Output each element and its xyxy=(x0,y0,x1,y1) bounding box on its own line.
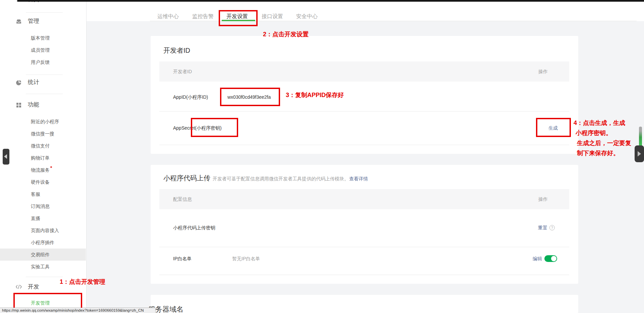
annotation-box-appsecret xyxy=(191,118,238,137)
ip-whitelist-toggle[interactable] xyxy=(544,255,557,262)
code-upload-table-header: 配置信息 操作 xyxy=(159,189,569,209)
sidebar-item-members[interactable]: 成员管理 xyxy=(31,47,50,53)
sidebar-divider xyxy=(26,94,63,94)
wechat-miniprogram-admin: 首页 管理 版本管理 成员管理 用户反馈 统计 功能 附近的小程序 微信搜一搜 … xyxy=(0,0,644,313)
browser-status-bar: https://mp.weixin.qq.com/wxamp/minishop/… xyxy=(0,308,156,313)
window-top-edge xyxy=(17,0,644,2)
ip-whitelist-label: IP白名单 xyxy=(173,255,192,262)
sidebar-item-hardware[interactable]: 硬件设备 xyxy=(31,179,50,185)
sidebar-item-logistics[interactable]: 物流服务 xyxy=(31,167,50,173)
appid-label: AppID(小程序ID) xyxy=(173,94,208,100)
right-triangle-icon xyxy=(638,151,641,156)
prev-arrow-button[interactable] xyxy=(3,149,9,165)
reset-key-button[interactable]: 重置 xyxy=(538,224,547,231)
code-upload-title: 小程序代码上传 xyxy=(163,173,210,183)
sidebar-group-manage[interactable]: 管理 xyxy=(28,17,39,25)
sidebar-item-nearby[interactable]: 附近的小程序 xyxy=(31,118,59,125)
new-badge-dot xyxy=(50,166,52,168)
sidebar-group-dev[interactable]: 开发 xyxy=(28,283,39,291)
annotation-step1: 1：点击开发管理 xyxy=(60,278,105,286)
sidebar-divider xyxy=(26,12,63,13)
edit-ip-whitelist-button[interactable]: 编辑 xyxy=(533,255,542,262)
row-divider xyxy=(159,247,569,247)
column-header-action: 操作 xyxy=(538,61,548,82)
row-divider xyxy=(159,275,569,275)
sidebar-item-search[interactable]: 微信搜一搜 xyxy=(31,130,54,137)
annotation-box-step3 xyxy=(220,88,280,106)
sidebar-item-version[interactable]: 版本管理 xyxy=(31,35,50,41)
annotation-step4: 4：点击生成，生成 小程序密钥。 生成之后，一定要复 制下来保存好。 xyxy=(574,118,631,158)
question-icon[interactable]: ? xyxy=(549,225,555,230)
annotation-step4-line1: 4：点击生成，生成 xyxy=(574,118,631,128)
features-grid-icon xyxy=(15,102,22,108)
tab-security-center[interactable]: 安全中心 xyxy=(295,13,319,20)
sidebar-divider xyxy=(26,277,63,277)
column-header-name: 开发者ID xyxy=(173,61,192,82)
sidebar-item-wepay[interactable]: 微信支付 xyxy=(31,142,50,149)
sidebar-item-plugins[interactable]: 小程序插件 xyxy=(31,239,54,246)
sidebar-item-orders[interactable]: 购物订单 xyxy=(31,154,50,161)
manage-inbox-icon xyxy=(15,18,22,25)
dev-code-icon xyxy=(15,284,22,290)
view-details-link[interactable]: 查看详情 xyxy=(349,175,368,182)
column-header-action: 操作 xyxy=(538,189,548,209)
sidebar-item-service[interactable]: 客服 xyxy=(31,191,40,197)
sidebar: 首页 管理 版本管理 成员管理 用户反馈 统计 功能 附近的小程序 微信搜一搜 … xyxy=(0,0,87,313)
code-upload-desc: 开发者可基于配置信息调用微信开发者工具提供的代码上传模块。 xyxy=(213,175,349,182)
sidebar-item-pagecontent[interactable]: 页面内容接入 xyxy=(31,227,59,234)
next-arrow-button[interactable] xyxy=(635,145,644,162)
sidebar-divider xyxy=(26,75,63,75)
developer-id-title: 开发者ID xyxy=(163,46,190,55)
tab-monitor-alert[interactable]: 监控告警 xyxy=(191,13,215,20)
server-domain-card xyxy=(151,295,578,313)
sidebar-item-trade-component[interactable]: 交易组件 xyxy=(31,251,50,258)
annotation-step4-line2: 小程序密钥。 xyxy=(574,128,631,138)
developer-id-table-header: 开发者ID 操作 xyxy=(159,61,569,82)
annotation-step4-line3: 生成之后，一定要复 xyxy=(574,138,631,148)
annotation-step4-line4: 制下来保存好。 xyxy=(574,148,631,158)
tab-api-settings[interactable]: 接口设置 xyxy=(260,13,284,20)
sidebar-item-lab-tools[interactable]: 实验工具 xyxy=(31,263,50,270)
left-triangle-icon xyxy=(4,154,7,159)
stats-pie-icon xyxy=(15,79,22,86)
toggle-knob xyxy=(551,256,556,261)
upload-key-label: 小程序代码上传密钥 xyxy=(173,224,215,231)
ip-whitelist-value: 暂无IP白名单 xyxy=(232,255,260,262)
annotation-box-step2 xyxy=(219,10,258,26)
code-upload-card: 小程序代码上传 开发者可基于配置信息调用微信开发者工具提供的代码上传模块。 查看… xyxy=(151,165,578,284)
row-divider xyxy=(159,111,569,111)
column-header-name: 配置信息 xyxy=(173,189,192,209)
annotation-box-step4 xyxy=(536,118,571,137)
sidebar-item-live[interactable]: 直播 xyxy=(31,215,40,222)
sidebar-group-stats[interactable]: 统计 xyxy=(28,78,39,86)
sidebar-group-features[interactable]: 功能 xyxy=(28,101,39,109)
annotation-step2: 2：点击开发设置 xyxy=(263,30,309,38)
annotation-step3: 3：复制APPID保存好 xyxy=(286,91,344,99)
sidebar-item-feedback[interactable]: 用户反馈 xyxy=(31,59,50,65)
row-divider xyxy=(159,145,569,145)
sidebar-item-subscribe[interactable]: 订阅消息 xyxy=(31,203,50,210)
tab-ops-center[interactable]: 运维中心 xyxy=(156,13,180,20)
